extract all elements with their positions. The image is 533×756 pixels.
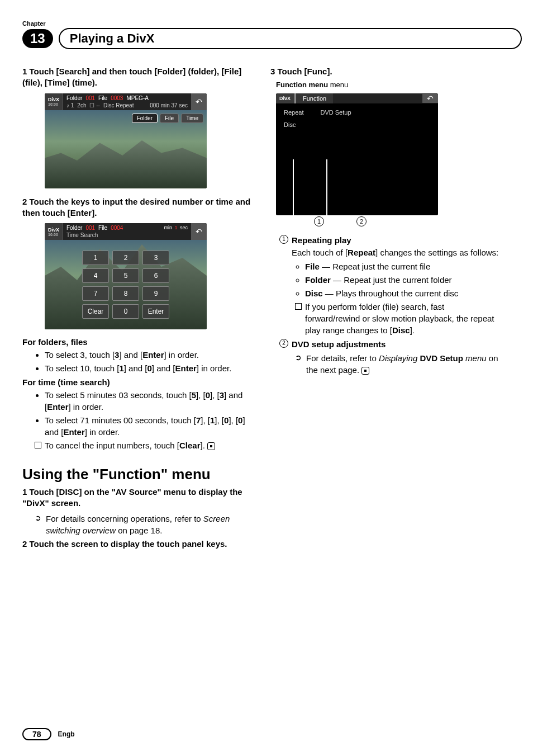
repeat-option-folder: Folder — Repeat just the current folder <box>305 274 499 286</box>
chapter-header: 13 Playing a DivX <box>22 28 499 49</box>
value-folder: 001 <box>85 94 95 102</box>
step-1: 1 Touch [Search] and then touch [Folder]… <box>22 66 251 89</box>
time-button[interactable]: Time <box>181 114 203 123</box>
key-0[interactable]: 0 <box>112 304 139 319</box>
key-8[interactable]: 8 <box>112 286 139 301</box>
sub-indicator: ☐ -- <box>89 102 99 109</box>
right-column: 3 Touch [Func]. Function menu menu DivX … <box>270 66 499 553</box>
repeat-note: If you perform folder (file) search, fas… <box>295 301 499 336</box>
key-3[interactable]: 3 <box>142 251 169 265</box>
callout-line-2 <box>326 159 327 215</box>
value-folder: 001 <box>85 224 95 231</box>
note-cancel-input: To cancel the input numbers, touch [Clea… <box>35 440 251 451</box>
bullet-time-7100: To select 71 minutes 00 seconds, touch [… <box>45 414 251 438</box>
repeat-indicator: Disc Repeat <box>103 102 134 109</box>
key-7[interactable]: 7 <box>82 286 109 301</box>
codec-label: MPEG-A <box>126 94 148 102</box>
marker-2: 2 <box>279 339 288 348</box>
divx-logo: DivX 10:00 <box>45 223 63 240</box>
bullet-select-10: To select 10, touch [1] and [0] and [Ent… <box>45 362 251 374</box>
screenshot-search: DivX 10:00 Folder 001 File 0003 MPEG-A <box>45 93 212 188</box>
value-file: 0003 <box>111 94 123 102</box>
key-1[interactable]: 1 <box>82 251 109 265</box>
language-code: Engb <box>58 730 75 738</box>
channel-indicator: 2ch <box>77 102 86 109</box>
logo-text: DivX <box>48 227 59 233</box>
key-enter[interactable]: Enter <box>142 304 169 319</box>
end-section-icon <box>207 442 215 450</box>
subhead-folders-files: For folders, files <box>22 337 251 347</box>
key-clear[interactable]: Clear <box>82 304 109 319</box>
key-9[interactable]: 9 <box>142 286 169 301</box>
chapter-label: Chapter <box>22 20 499 27</box>
min-label: min <box>164 225 172 230</box>
key-4[interactable]: 4 <box>82 268 109 283</box>
caption-function-menu: Function menu menu <box>276 81 499 89</box>
back-icon[interactable]: ↶ <box>422 94 438 103</box>
back-icon[interactable]: ↶ <box>191 223 207 240</box>
func-step-3: 3 Touch [Func]. <box>270 66 499 77</box>
section-heading-function-menu: Using the "Function" menu <box>22 466 251 483</box>
func-step-1: 1 Touch [DISC] on the "AV Source" menu t… <box>22 486 251 509</box>
value-file: 0004 <box>111 224 123 231</box>
label-file: File <box>98 224 107 231</box>
left-column: 1 Touch [Search] and then touch [Folder]… <box>22 66 251 553</box>
logo-text: DivX <box>48 97 59 102</box>
logo-text: DivX <box>279 96 291 101</box>
crossref-screen-switching: For details concerning operations, refer… <box>35 513 251 536</box>
mode-label: Time Search <box>66 231 98 239</box>
chapter-number-badge: 13 <box>22 29 53 48</box>
definition-dvd-setup: 2 DVD setup adjustments For details, ref… <box>279 338 499 376</box>
logo-time: 10:00 <box>48 233 59 237</box>
screenshot-function: DivX Function ↶ Repeat Disc DVD Setup <box>276 93 444 226</box>
key-2[interactable]: 2 <box>112 251 139 265</box>
logo-time: 10:00 <box>48 102 59 106</box>
bullet-select-3: To select 3, touch [3] and [Enter] in or… <box>45 349 251 361</box>
label-folder: Folder <box>66 94 82 102</box>
chapter-title: Playing a DivX <box>59 28 499 49</box>
step-2: 2 Touch the keys to input the desired nu… <box>22 196 251 219</box>
repeat-option-file: File — Repeat just the current file <box>305 261 499 272</box>
page-footer: 78 Engb <box>22 728 75 740</box>
folder-button[interactable]: Folder <box>132 114 158 123</box>
label-folder: Folder <box>66 224 82 231</box>
callout-line-1 <box>293 159 294 215</box>
subhead-time-search: For time (time search) <box>22 377 251 387</box>
video-thumbnail <box>45 138 207 188</box>
screenshot-numpad: DivX 10:00 Folder 001 File 0004 min <box>45 223 212 329</box>
end-section-icon <box>361 367 369 375</box>
definition-repeating-play: 1 Repeating play Each touch of [Repeat] … <box>279 234 499 336</box>
callout-number-2: 2 <box>356 216 367 226</box>
divx-logo: DivX <box>276 93 294 103</box>
file-button[interactable]: File <box>160 114 179 123</box>
func-item-dvd-setup[interactable]: DVD Setup <box>320 109 351 128</box>
sec-label: sec <box>180 225 188 230</box>
callout-number-1: 1 <box>314 216 324 226</box>
func-step-2: 2 Touch the screen to display the touch … <box>22 538 251 550</box>
track-indicator: ♪ 1 <box>66 102 74 109</box>
func-item-repeat[interactable]: Repeat <box>284 109 303 116</box>
time-indicator: 000 min 37 sec <box>150 102 188 109</box>
repeat-option-disc: Disc — Plays throughout the current disc <box>305 287 499 299</box>
divx-logo: DivX 10:00 <box>45 93 63 110</box>
key-6[interactable]: 6 <box>142 268 169 283</box>
page-number: 78 <box>22 728 51 740</box>
label-file: File <box>98 94 107 102</box>
sec-value: 1 <box>174 225 177 230</box>
function-title: Function <box>294 93 333 103</box>
func-item-repeat-value: Disc <box>284 121 303 128</box>
key-5[interactable]: 5 <box>112 268 139 283</box>
marker-1: 1 <box>279 235 288 244</box>
back-icon[interactable]: ↶ <box>191 93 207 110</box>
crossref-dvd-setup: For details, refer to Displaying DVD Set… <box>295 352 499 376</box>
bullet-time-503: To select 5 minutes 03 seconds, touch [5… <box>45 389 251 413</box>
